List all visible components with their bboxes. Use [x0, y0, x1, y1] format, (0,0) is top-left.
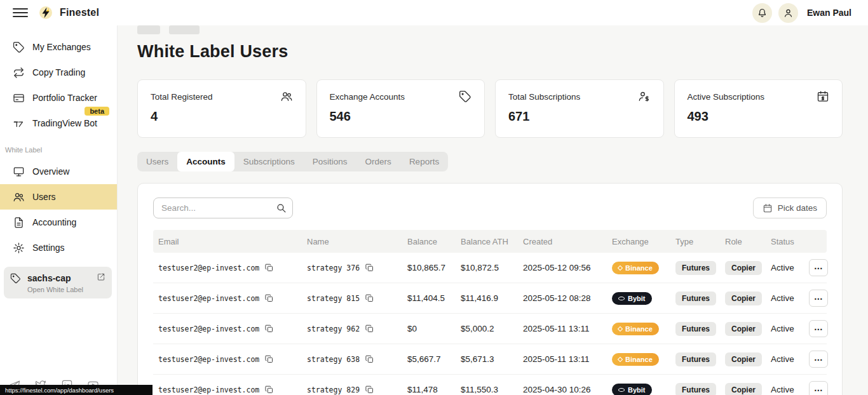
role-badge: Copier — [725, 322, 762, 336]
col-header-exchange: Exchange — [607, 237, 670, 246]
stat-value: 493 — [688, 109, 830, 124]
balance-cell: $10,865.7 — [407, 263, 445, 272]
created-cell: 2025-05-11 13:11 — [523, 324, 590, 333]
copy-icon — [365, 263, 374, 272]
col-header-role: Role — [720, 237, 766, 246]
table-row: testuser2@ep-invest.com strategy 376 $10… — [153, 253, 827, 283]
stat-card-active-subscriptions: Active Subscriptions 493 — [674, 79, 843, 138]
tab-bar: Users Accounts Subscriptions Positions O… — [137, 152, 448, 171]
stat-label: Exchange Accounts — [330, 92, 405, 102]
exchange-badge: Binance — [612, 262, 659, 274]
user-name[interactable]: Ewan Paul — [807, 8, 851, 18]
tab-orders[interactable]: Orders — [356, 152, 400, 171]
type-badge: Futures — [675, 383, 716, 395]
status-cell: Active — [771, 354, 794, 364]
copy-name-button[interactable] — [365, 324, 374, 333]
sidebar-item-overview[interactable]: Overview — [0, 159, 117, 184]
role-badge: Copier — [725, 291, 762, 305]
email-cell: testuser2@ep-invest.com — [158, 355, 259, 364]
name-cell: strategy 962 — [307, 325, 360, 333]
sidebar-item-settings[interactable]: Settings — [0, 235, 117, 260]
sidebar-item-label: Settings — [32, 243, 65, 253]
row-menu-button[interactable]: ⋯ — [809, 320, 828, 337]
balance-ath-cell: $10,872.5 — [461, 263, 499, 272]
sidebar-item-label: My Exchanges — [32, 42, 91, 52]
row-menu-button[interactable]: ⋯ — [809, 381, 828, 395]
stat-card-exchange-accounts: Exchange Accounts 546 — [316, 79, 485, 138]
copy-email-button[interactable] — [264, 385, 274, 394]
table-row: testuser2@ep-invest.com strategy 815 $11… — [153, 283, 827, 314]
col-header-name: Name — [302, 237, 402, 246]
role-badge: Copier — [725, 383, 762, 395]
sidebar-item-users[interactable]: Users — [0, 184, 117, 210]
external-link-icon[interactable] — [97, 272, 105, 284]
panel-toolbar: Pick dates — [153, 198, 827, 218]
copy-name-button[interactable] — [365, 293, 374, 303]
created-cell: 2025-05-11 13:11 — [523, 354, 590, 364]
status-cell: Active — [771, 293, 794, 303]
copy-icon — [365, 324, 374, 333]
stat-label: Active Subscriptions — [688, 92, 765, 102]
portfolio-icon — [13, 92, 25, 104]
stat-label: Total Registered — [151, 92, 213, 102]
balance-cell: $5,667.7 — [407, 354, 441, 364]
sidebar-item-copy-trading[interactable]: Copy Trading — [0, 60, 117, 85]
status-cell: Active — [771, 263, 794, 272]
sidebar-item-tradingview-bot[interactable]: TradingView Bot beta — [0, 110, 117, 136]
tab-users[interactable]: Users — [137, 152, 177, 171]
balance-ath-cell: $5,671.3 — [461, 354, 494, 364]
copy-name-button[interactable] — [365, 385, 374, 394]
hamburger-menu-icon[interactable] — [13, 5, 28, 20]
row-menu-button[interactable]: ⋯ — [809, 351, 828, 368]
tab-positions[interactable]: Positions — [304, 152, 356, 171]
workspace-card-sachs-cap[interactable]: sachs-cap Open White Label — [4, 267, 112, 298]
tab-accounts[interactable]: Accounts — [177, 152, 234, 171]
search-icon — [276, 203, 287, 216]
brand[interactable]: Finestel — [38, 5, 99, 20]
pick-dates-button[interactable]: Pick dates — [753, 198, 827, 218]
copy-email-button[interactable] — [264, 354, 274, 364]
notifications-button[interactable] — [752, 3, 772, 23]
exchange-badge: Binance — [612, 323, 659, 335]
bell-icon — [757, 8, 768, 18]
search-box — [153, 198, 293, 218]
breadcrumb-skeleton — [137, 25, 160, 34]
exchange-name: Binance — [625, 325, 653, 333]
table-row: testuser2@ep-invest.com strategy 638 $5,… — [153, 344, 827, 375]
status-cell: Active — [771, 324, 794, 333]
copy-email-button[interactable] — [264, 263, 274, 272]
balance-ath-cell: $11,550.3 — [461, 385, 498, 394]
type-badge: Futures — [675, 261, 716, 275]
sidebar-item-accounting[interactable]: Accounting — [0, 210, 117, 235]
link-preview-statusbar: https://finestel.com/app/dashboard/users — [0, 385, 153, 395]
finestel-logo-icon — [38, 5, 53, 20]
top-header: Finestel Ewan Paul — [0, 0, 868, 25]
copy-email-button[interactable] — [264, 293, 274, 303]
stat-card-total-subscriptions: Total Subscriptions 671 — [495, 79, 664, 138]
copy-icon — [264, 324, 274, 333]
created-cell: 2025-05-12 09:56 — [523, 263, 591, 272]
user-avatar[interactable] — [778, 3, 798, 23]
tab-subscriptions[interactable]: Subscriptions — [234, 152, 304, 171]
copy-icon — [365, 354, 374, 364]
row-menu-button[interactable]: ⋯ — [809, 290, 828, 307]
email-cell: testuser2@ep-invest.com — [158, 385, 259, 394]
row-menu-button[interactable]: ⋯ — [809, 259, 828, 276]
tab-reports[interactable]: Reports — [400, 152, 448, 171]
stat-cards: Total Registered 4 Exchange Accounts 546… — [137, 79, 843, 138]
calendar-dollar-icon — [817, 90, 829, 103]
sidebar-item-my-exchanges[interactable]: My Exchanges — [0, 34, 117, 60]
copy-name-button[interactable] — [365, 354, 374, 364]
copy-email-button[interactable] — [264, 324, 274, 333]
created-cell: 2025-04-30 10:26 — [523, 385, 591, 394]
email-cell: testuser2@ep-invest.com — [158, 264, 259, 272]
search-input[interactable] — [153, 198, 293, 218]
copy-icon — [264, 385, 274, 394]
copy-name-button[interactable] — [365, 263, 374, 272]
main-content: White Label Users Total Registered 4 Exc… — [118, 25, 868, 395]
exchange-icon — [618, 388, 625, 392]
table-header-row: Email Name Balance Balance ATH Created E… — [153, 230, 827, 253]
exchange-badge: Bybit — [612, 384, 652, 395]
exchange-icon — [618, 356, 623, 361]
person-icon — [783, 8, 794, 18]
